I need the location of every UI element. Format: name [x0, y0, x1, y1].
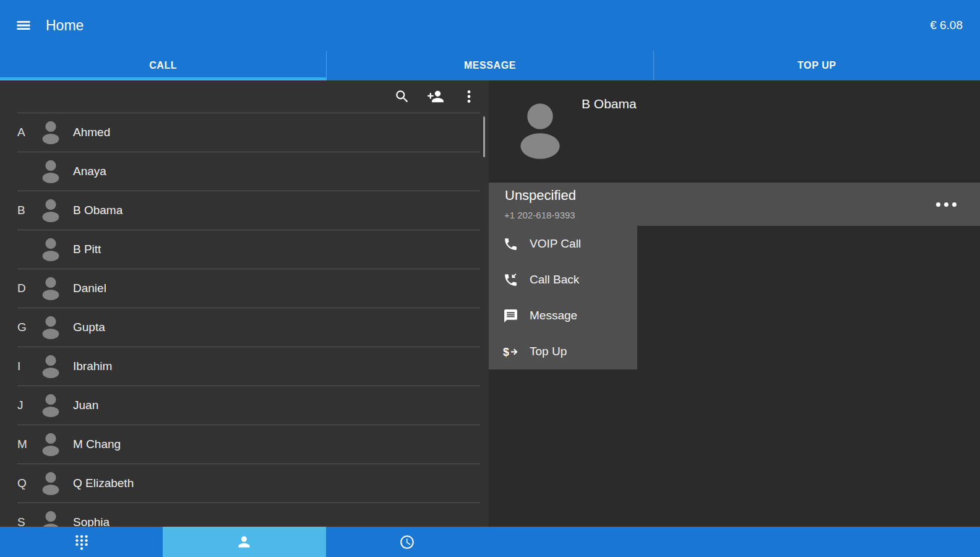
action-label: Call Back — [530, 273, 579, 287]
message-icon — [502, 308, 518, 324]
page-title: Home — [46, 17, 84, 34]
index-letter: I — [17, 360, 38, 373]
contact-action-menu: VOIP Call Call Back Message $ Top Up — [489, 226, 637, 369]
dialpad-icon — [74, 534, 90, 550]
contact-name: B Pitt — [73, 243, 101, 256]
contact-avatar-icon — [38, 314, 63, 340]
voip-app: Home € 6.08 CALL MESSAGE TOP UP A Ahmed — [0, 0, 980, 557]
contact-row[interactable]: Anaya — [17, 152, 480, 191]
top-up-icon: $ — [502, 343, 518, 360]
contact-name: Anaya — [73, 165, 106, 178]
contact-name: Ahmed — [73, 126, 110, 139]
menu-icon[interactable] — [15, 16, 33, 35]
svg-text:$: $ — [503, 345, 509, 358]
contact-row[interactable]: D Daniel — [17, 269, 480, 308]
dialpad-tab[interactable] — [0, 527, 163, 557]
contact-avatar-icon — [38, 236, 63, 262]
contact-avatar-icon — [38, 275, 63, 301]
contact-avatar-icon — [38, 431, 63, 457]
contact-row[interactable]: A Ahmed — [17, 113, 480, 152]
action-label: VOIP Call — [530, 237, 581, 251]
top-app-bar: Home € 6.08 — [0, 0, 980, 51]
contact-detail-header: B Obama — [489, 80, 980, 183]
tab-call[interactable]: CALL — [0, 51, 326, 80]
contacts-toolbar — [0, 80, 489, 113]
contact-detail-name: B Obama — [582, 97, 637, 111]
list-scrollbar[interactable] — [483, 116, 485, 157]
contact-name: Juan — [73, 399, 98, 412]
tab-message[interactable]: MESSAGE — [326, 51, 653, 80]
contact-row[interactable]: J Juan — [17, 386, 480, 425]
tab-top-up[interactable]: TOP UP — [653, 51, 980, 80]
contact-name: Daniel — [73, 282, 106, 295]
contact-list: A Ahmed Anaya B B Obama B Pitt D — [0, 113, 480, 527]
index-letter: M — [17, 438, 38, 451]
index-letter: A — [17, 126, 38, 139]
top-up-action[interactable]: $ Top Up — [489, 334, 637, 369]
phone-number: +1 202-618-9393 — [504, 210, 575, 220]
contact-row[interactable]: M M Chang — [17, 425, 480, 464]
contact-row[interactable]: G Gupta — [17, 308, 480, 347]
contact-avatar-icon — [38, 158, 63, 184]
contact-row[interactable]: S Sophia — [17, 503, 480, 527]
add-contact-icon[interactable] — [427, 88, 444, 105]
index-letter: Q — [17, 477, 38, 490]
call-back-icon — [502, 272, 518, 288]
contact-row[interactable]: Q Q Elizabeth — [17, 464, 480, 503]
contact-name: Ibrahim — [73, 360, 112, 373]
number-band: Unspecified +1 202-618-9393 — [489, 183, 980, 226]
number-more-options-icon[interactable] — [936, 183, 956, 226]
more-options-icon[interactable] — [460, 88, 478, 105]
action-label: Message — [530, 309, 577, 322]
contact-row[interactable]: B Pitt — [17, 230, 480, 269]
contact-row[interactable]: I Ibrahim — [17, 347, 480, 386]
bottom-nav — [0, 527, 489, 557]
history-tab[interactable] — [326, 527, 489, 557]
index-letter: B — [17, 204, 38, 217]
voip-call-icon — [502, 236, 518, 252]
search-icon[interactable] — [393, 88, 411, 105]
call-back-action[interactable]: Call Back — [489, 262, 637, 298]
tab-bar: CALL MESSAGE TOP UP — [0, 51, 980, 80]
contact-name: Gupta — [73, 321, 105, 334]
index-letter: J — [17, 399, 38, 412]
action-label: Top Up — [530, 345, 567, 358]
contact-avatar-icon — [38, 353, 63, 379]
index-letter: S — [17, 516, 38, 527]
contact-avatar-icon — [38, 119, 63, 145]
contact-row[interactable]: B B Obama — [17, 191, 480, 230]
contact-avatar-icon — [38, 392, 63, 418]
balance-amount: € 6.08 — [930, 19, 963, 32]
message-action[interactable]: Message — [489, 298, 637, 334]
contacts-panel: A Ahmed Anaya B B Obama B Pitt D — [0, 80, 489, 527]
number-type-label: Unspecified — [505, 188, 576, 204]
contact-detail-avatar-icon — [512, 101, 568, 161]
contact-detail-panel: B Obama Unspecified +1 202-618-9393 VOIP… — [489, 80, 980, 527]
index-letter: G — [17, 321, 38, 334]
voip-call-action[interactable]: VOIP Call — [489, 226, 637, 262]
contact-name: Sophia — [73, 516, 110, 527]
contact-avatar-icon — [38, 197, 63, 223]
index-letter: D — [17, 282, 38, 295]
history-icon — [399, 534, 415, 550]
contact-name: M Chang — [73, 438, 121, 451]
contacts-icon — [236, 533, 252, 550]
contact-avatar-icon — [38, 509, 63, 527]
contacts-tab[interactable] — [163, 527, 325, 557]
contact-name: B Obama — [73, 204, 123, 217]
contact-avatar-icon — [38, 470, 63, 496]
contact-name: Q Elizabeth — [73, 477, 134, 490]
bottom-nav-bar — [0, 527, 980, 557]
